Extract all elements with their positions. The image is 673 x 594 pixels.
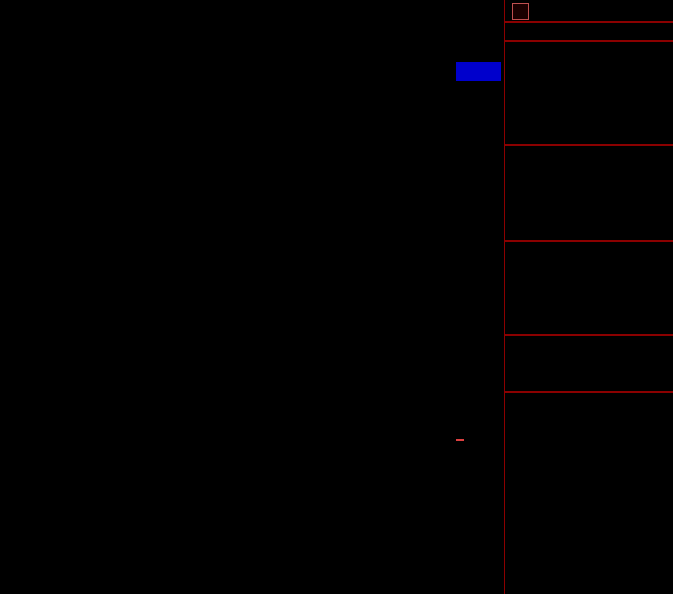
divider — [505, 240, 673, 242]
candlestick-chart[interactable] — [0, 0, 505, 594]
logo-l-icon — [512, 3, 529, 20]
divider — [505, 391, 673, 393]
commission-row — [505, 23, 673, 40]
divider — [505, 144, 673, 146]
divider — [505, 334, 673, 336]
quote-panel — [504, 0, 673, 594]
divider — [505, 40, 673, 42]
panel-header[interactable] — [505, 0, 673, 21]
stock-app-window — [0, 0, 673, 594]
